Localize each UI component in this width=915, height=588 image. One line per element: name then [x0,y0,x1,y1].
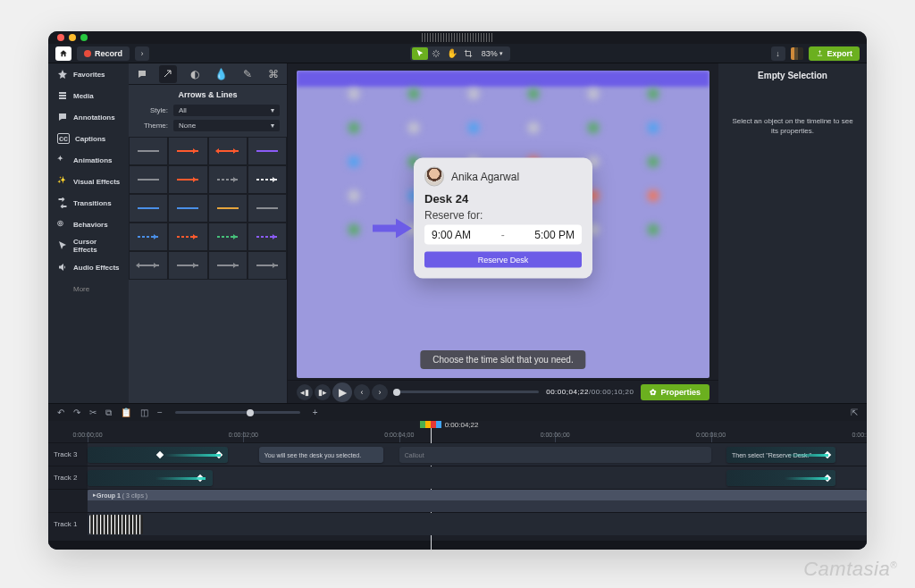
sidebar-item-more[interactable]: More [48,278,129,299]
canvas-area: Anika Agarwal Desk 24 Reserve for: 9:00 … [288,63,718,403]
card-desk: Desk 24 [424,192,582,206]
annotation-item[interactable] [129,194,168,223]
pan-tool[interactable] [428,47,444,60]
anno-tab-blur[interactable]: 💧 [212,65,230,83]
maximize-window-button[interactable] [80,34,88,41]
zoom-level[interactable]: 83%▾ [476,49,508,58]
annotation-item[interactable] [129,251,168,280]
close-window-button[interactable] [57,34,64,41]
anno-tab-keystroke[interactable]: ⌘ [264,65,282,83]
sidebar-item-transitions[interactable]: Transitions [48,192,129,214]
download-button[interactable]: ↓ [771,46,785,61]
app-window: Record › ✋ 83%▾ ↓ Export Favorites Media… [48,31,867,550]
anno-tab-arrows[interactable] [159,65,177,83]
zoom-in-button[interactable]: + [313,407,318,417]
minimize-window-button[interactable] [69,34,76,41]
annotation-item[interactable] [168,251,207,280]
annotation-item[interactable] [208,137,248,165]
annotation-item[interactable] [248,194,287,223]
next-frame-button[interactable]: ▮▸ [315,384,331,400]
play-button[interactable]: ▶ [332,382,352,402]
clip[interactable] [726,470,835,486]
clip[interactable]: You will see the desk you selected. [259,447,384,463]
track-label[interactable]: Track 3 [48,443,88,466]
annotation-item[interactable] [129,137,168,165]
sidebar-item-audio-effects[interactable]: Audio Effects [48,256,129,278]
annotation-item[interactable] [168,165,207,194]
annotation-item[interactable] [168,223,207,251]
track-lane[interactable] [88,513,867,535]
timeline-zoom-slider[interactable] [175,411,300,414]
time-row: 9:00 AM - 5:00 PM [424,225,582,245]
track-label[interactable]: Track 1 [48,513,88,535]
track-lane[interactable]: You will see the desk you selected.Callo… [88,443,867,466]
cut-button[interactable]: ✂ [89,407,97,417]
crop-tool[interactable] [460,47,476,60]
annotation-item[interactable] [129,165,168,194]
step-forward-button[interactable]: › [372,384,388,400]
sidebar-item-favorites[interactable]: Favorites [48,63,129,85]
annotation-item[interactable] [129,223,168,251]
media-clip[interactable] [89,515,143,534]
play-slider[interactable] [395,391,539,393]
playhead-marker[interactable] [420,421,441,428]
style-select[interactable]: All▾ [173,105,280,116]
annotation-item[interactable] [208,194,248,223]
track-lane[interactable] [88,466,867,489]
annotation-item[interactable] [168,194,207,223]
theme-select[interactable]: None▾ [173,120,280,131]
card-reserve-label: Reserve for: [424,209,582,222]
sidebar-item-visual-effects[interactable]: ✨Visual Effects [48,171,129,192]
sidebar-item-behaviors[interactable]: ◎Behaviors [48,214,129,235]
zoom-out-button[interactable]: − [157,407,163,417]
titlebar [48,31,867,44]
prev-frame-button[interactable]: ◂▮ [297,384,313,400]
sidebar-item-media[interactable]: Media [48,85,129,106]
annotation-item[interactable] [208,165,248,194]
anno-tab-shapes[interactable]: ◐ [186,65,204,83]
track: ▸ Group 1 ( 3 clips ) [48,489,867,512]
annotation-item[interactable] [248,223,287,251]
annotation-item[interactable] [208,251,248,280]
clip[interactable]: Callout [399,447,711,463]
timeline-scrollbar[interactable] [48,541,867,550]
annotation-item[interactable] [208,223,248,251]
reserve-desk-button[interactable]: Reserve Desk [424,252,582,268]
timeline-ruler[interactable]: 0:00:04;22 0:00:00;000:00:02;000:00:04;0… [48,421,867,442]
properties-message: Select an object on the timeline to see … [718,80,867,136]
ruler-tick: 0:00:08;00 [696,432,726,438]
home-button[interactable] [55,46,71,61]
export-button[interactable]: Export [809,46,860,61]
step-back-button[interactable]: ‹ [354,384,370,400]
track-label[interactable] [48,490,88,512]
sidebar-item-animations[interactable]: ✦Animations [48,149,129,171]
clip[interactable] [88,470,213,486]
copy-button[interactable]: ⧉ [105,407,112,418]
anno-tab-callouts[interactable] [133,65,151,83]
annotation-item[interactable] [248,137,287,165]
group-header[interactable]: ▸ Group 1 ( 3 clips ) [88,490,867,500]
select-tool[interactable] [412,47,428,60]
undo-button[interactable]: ↶ [57,407,64,417]
canvas[interactable]: Anika Agarwal Desk 24 Reserve for: 9:00 … [288,63,718,380]
annotation-item[interactable] [248,251,287,280]
redo-button[interactable]: ↷ [73,407,80,417]
sidebar-item-cursor-effects[interactable]: Cursor Effects [48,235,129,256]
annotation-item[interactable] [168,137,207,165]
properties-button[interactable]: ✿ Properties [641,384,709,400]
avatar [424,167,444,187]
record-dropdown[interactable]: › [135,46,149,61]
record-button[interactable]: Record [77,46,130,61]
clip[interactable] [88,447,228,463]
annotation-item[interactable] [248,165,287,194]
split-button[interactable]: ◫ [140,407,148,417]
clip[interactable]: Then select "Reserve Desk." [726,447,835,463]
sidebar-item-annotations[interactable]: Annotations [48,106,129,128]
hand-tool[interactable]: ✋ [444,47,460,60]
detach-timeline-button[interactable]: ⇱ [851,407,858,417]
anno-tab-sketch[interactable]: ✎ [239,65,256,83]
paste-button[interactable]: 📋 [121,407,131,417]
track-lane[interactable]: ▸ Group 1 ( 3 clips ) [88,490,867,512]
track-label[interactable]: Track 2 [48,466,88,489]
sidebar-item-captions[interactable]: ccCaptions [48,128,129,149]
